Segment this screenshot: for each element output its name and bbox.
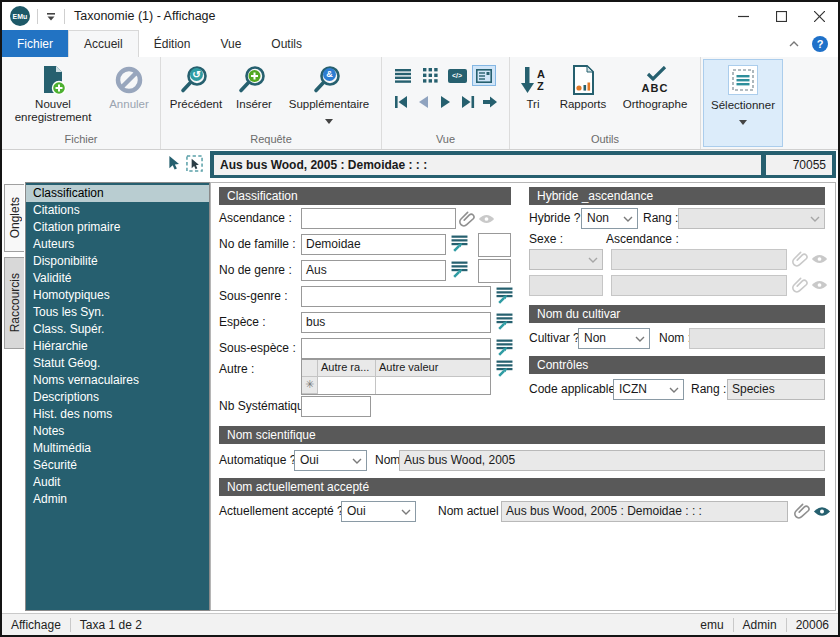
sidebar-item-descriptions[interactable]: Descriptions [26,389,209,406]
famille-field[interactable]: Demoidae [301,234,446,255]
autre-table[interactable]: Autre ra... Autre valeur ✳ [301,359,491,395]
supplementary-query-button[interactable]: & Supplémentaire [280,57,378,132]
tab-accueil[interactable]: Accueil [68,30,139,57]
sidebar-item-admin[interactable]: Admin [26,491,209,508]
sidebar-item-classification[interactable]: Classification [26,185,209,202]
select-button[interactable]: Sélectionner [703,59,783,147]
sidebar-item-hierarchie[interactable]: Hiérarchie [26,338,209,355]
lookup-icon[interactable] [451,261,468,281]
hybride-extra-field[interactable] [529,275,603,296]
sidebar-item-disponibilite[interactable]: Disponibilité [26,253,209,270]
hybride-rang-dropdown[interactable] [678,208,825,229]
goto-record-button[interactable] [481,91,500,112]
collapse-ribbon-icon[interactable] [788,37,800,51]
actuellement-accepte-dropdown[interactable]: Oui [341,501,416,522]
espece-field[interactable]: bus [301,312,491,333]
lookup-icon[interactable] [496,339,513,359]
sort-icon: AZ [521,62,545,98]
tab-outils[interactable]: Outils [256,30,317,57]
view-icon[interactable] [478,213,495,228]
sidebar-item-hist-des-noms[interactable]: Hist. des noms [26,406,209,423]
genre-field[interactable]: Aus [301,260,446,281]
reports-button[interactable]: Rapports [553,57,613,132]
lookup-icon[interactable] [496,313,513,333]
insert-query-button[interactable]: Insérer [228,57,280,132]
previous-query-button[interactable]: ↺ Précédent [164,57,228,132]
view-icon[interactable] [811,253,828,268]
maximize-button[interactable] [762,2,800,30]
sidebar-item-tous-les-syn[interactable]: Tous les Syn. [26,304,209,321]
lookup-icon[interactable] [496,360,513,380]
lookup-icon[interactable] [496,287,513,307]
previous-record-button[interactable] [413,91,432,112]
attach-icon[interactable] [794,502,810,522]
attach-icon[interactable] [792,276,808,296]
cultivar-dropdown[interactable]: Non [578,328,650,349]
ascendance-field[interactable] [301,208,456,229]
attach-icon[interactable] [792,250,808,270]
ribbon-group-outils: AZ Tri Rapports [510,57,701,149]
new-record-button[interactable]: Nouvel enregistrement [5,57,101,132]
sidebar-tab-onglets[interactable]: Onglets [4,184,24,252]
autre-valeur-cell[interactable] [376,377,490,394]
record-header-row: Aus bus Wood, 2005 : Demoidae : : : 7005… [4,151,836,178]
sidebar-item-multimedia[interactable]: Multimédia [26,440,209,457]
famille-irn-field[interactable] [478,233,511,257]
sidebar-item-auteurs[interactable]: Auteurs [26,236,209,253]
pointer-cursor-icon[interactable] [165,155,179,174]
tab-vue[interactable]: Vue [205,30,256,57]
sidebar-item-citation-primaire[interactable]: Citation primaire [26,219,209,236]
last-record-button[interactable] [458,91,477,112]
select-region-cursor-icon[interactable] [186,155,203,175]
help-button[interactable]: ? [812,36,828,52]
hybride-dropdown[interactable]: Non [581,208,638,229]
sidebar-item-class-super[interactable]: Class. Supér. [26,321,209,338]
cultivar-nom-field[interactable] [689,328,825,349]
hybride-parent1-field[interactable] [611,249,787,270]
nb-systematique-field[interactable] [301,396,371,417]
sidebar-item-securite[interactable]: Sécurité [26,457,209,474]
tab-fichier[interactable]: Fichier [2,30,68,57]
sidebar-item-homotypiques[interactable]: Homotypiques [26,287,209,304]
sidebar-item-validite[interactable]: Validité [26,270,209,287]
autre-label: Autre : [219,359,254,380]
close-button[interactable] [800,2,838,30]
view-icon[interactable] [813,505,831,521]
code-applicable-dropdown[interactable]: ICZN [613,379,684,400]
sexe-dropdown[interactable] [529,249,603,270]
sidebar-item-citations[interactable]: Citations [26,202,209,219]
view-grid-button[interactable] [418,65,442,86]
autre-table-new-row[interactable]: ✳ [302,377,490,394]
sous-espece-field[interactable] [301,338,491,359]
sidebar-item-statut-geog[interactable]: Statut Géog. [26,355,209,372]
sort-button[interactable]: AZ Tri [513,57,553,132]
status-record-count: Taxa 1 de 2 [80,618,142,632]
cancel-button[interactable]: Annuler [101,57,157,132]
tab-edition[interactable]: Édition [139,30,206,57]
divider [70,618,71,632]
automatique-dropdown[interactable]: Oui [294,450,367,471]
lookup-icon[interactable] [451,235,468,255]
quick-access-dropdown-icon[interactable] [45,11,57,22]
sous-espece-label: Sous-espèce : [219,338,296,359]
section-header-nom-scientifique: Nom scientifique [219,426,825,444]
sidebar-item-audit[interactable]: Audit [26,474,209,491]
spellcheck-button[interactable]: ABC Orthographe [613,57,697,132]
attach-icon[interactable] [459,210,475,230]
hybride-parent2-field[interactable] [611,275,787,296]
view-form-button[interactable] [472,65,496,86]
cultivar-nom-label: Nom : [659,328,691,349]
minimize-button[interactable] [724,2,762,30]
genre-irn-field[interactable] [478,259,511,283]
first-record-button[interactable] [391,91,410,112]
sous-genre-field[interactable] [301,286,491,307]
autre-rang-cell[interactable] [318,377,376,394]
view-list-button[interactable] [391,65,415,86]
next-record-button[interactable] [436,91,455,112]
sidebar-tab-raccourcis[interactable]: Raccourcis [4,257,24,349]
sidebar-item-noms-vernaculaires[interactable]: Noms vernaculaires [26,372,209,389]
view-code-button[interactable]: </> [445,65,469,86]
view-icon[interactable] [811,279,828,294]
nom-actuel-label: Nom actuel : [438,501,505,522]
sidebar-item-notes[interactable]: Notes [26,423,209,440]
